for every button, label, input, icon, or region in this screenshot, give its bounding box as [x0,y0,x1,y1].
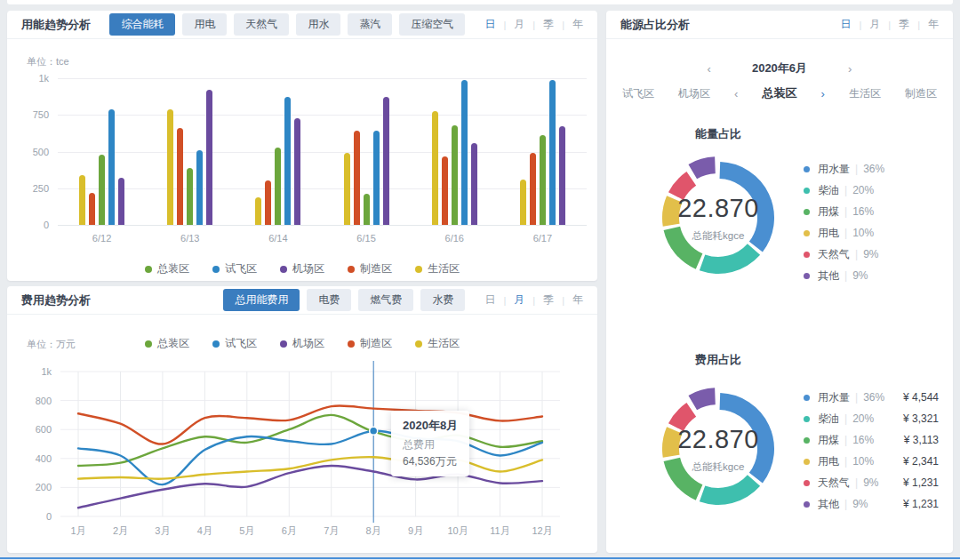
chevron-right-icon[interactable]: › [848,63,852,75]
time-filter-月[interactable]: 月 [514,17,524,32]
x-tick-label: 12月 [507,524,578,538]
tab-水费[interactable]: 水费 [420,289,465,311]
bar-制造区[interactable] [177,128,183,225]
donut-slice-用水量[interactable] [720,162,774,252]
donut-slice-天然气[interactable] [668,172,696,200]
tab-用水[interactable]: 用水 [296,13,340,36]
bar-试飞区[interactable] [461,80,468,225]
legend-percent: 20% [852,412,874,425]
bar-机场区[interactable] [206,90,212,225]
region-item-生活区[interactable]: 生活区 [849,86,881,101]
filter-separator: | [859,20,861,30]
bar-制造区[interactable] [442,156,448,225]
legend-dot [804,166,810,172]
donut-slice-用水量[interactable] [720,393,774,483]
time-filter-日[interactable]: 日 [840,17,851,32]
bar-生活区[interactable] [255,197,261,225]
donut-slice-用煤[interactable] [664,227,703,269]
energy-bar-chart[interactable]: 02505007501k6/126/136/146/156/166/17 [58,78,587,225]
bar-生活区[interactable] [344,153,350,225]
bar-试飞区[interactable] [196,150,203,225]
legend-item-总装区[interactable]: 总装区 [145,336,189,351]
tab-天然气[interactable]: 天然气 [234,13,289,36]
bar-试飞区[interactable] [108,109,115,225]
panel-energy-trend-header: 用能趋势分析 综合能耗用电天然气用水蒸汽压缩空气 日|月|季|年 [7,11,597,39]
legend-item-制造区[interactable]: 制造区 [348,336,392,351]
bar-试飞区[interactable] [549,80,556,225]
bar-试飞区[interactable] [373,131,380,225]
time-filter-季[interactable]: 季 [543,17,554,32]
bar-机场区[interactable] [471,143,477,225]
time-filter-年[interactable]: 年 [928,17,939,32]
donut-slice-其他[interactable] [688,156,715,179]
bar-制造区[interactable] [354,131,360,225]
legend-item-总装区[interactable]: 总装区 [145,261,189,276]
tab-总用能费用[interactable]: 总用能费用 [223,289,300,311]
region-item-机场区[interactable]: 机场区 [678,86,710,101]
legend-item-机场区[interactable]: 机场区 [280,261,324,276]
bar-总装区[interactable] [452,125,458,225]
legend-item-制造区[interactable]: 制造区 [348,261,392,276]
legend-item-试飞区[interactable]: 试飞区 [212,261,257,276]
legend-item-试飞区[interactable]: 试飞区 [212,336,257,351]
bar-生活区[interactable] [79,175,85,225]
bar-总装区[interactable] [540,135,546,225]
donut-slice-天然气[interactable] [668,403,696,431]
chevron-right-icon[interactable]: › [821,88,825,100]
time-filter-年[interactable]: 年 [572,292,583,308]
tab-用电[interactable]: 用电 [182,13,227,36]
tab-压缩空气[interactable]: 压缩空气 [399,13,465,36]
bar-总装区[interactable] [187,168,193,225]
bar-试飞区[interactable] [284,97,291,225]
time-filter-季[interactable]: 季 [899,17,909,32]
bar-机场区[interactable] [383,97,389,225]
time-filter-年[interactable]: 年 [572,17,583,32]
donut-slice-其他[interactable] [688,388,715,410]
tab-电费[interactable]: 电费 [307,289,351,311]
cost-line-chart[interactable]: 02004006008001k1月2月3月4月5月6月7月8月9月10月11月1… [60,372,560,516]
legend-item-生活区[interactable]: 生活区 [415,261,460,276]
energy-share-donut-svg[interactable] [643,142,794,293]
legend-separator: | [844,412,847,425]
bar-生活区[interactable] [167,109,173,225]
time-filter-日[interactable]: 日 [484,17,495,32]
bar-制造区[interactable] [265,180,271,225]
chevron-left-icon[interactable]: ‹ [708,63,711,75]
bar-制造区[interactable] [89,193,95,225]
region-item-制造区[interactable]: 制造区 [905,86,937,101]
donut-slice-柴油[interactable] [700,244,760,274]
donut-slice-柴油[interactable] [700,475,760,505]
time-filter-月[interactable]: 月 [514,292,524,308]
time-filter-日[interactable]: 日 [484,292,495,308]
donut-slice-用电[interactable] [662,196,683,226]
region-item-试飞区[interactable]: 试飞区 [622,86,654,101]
bar-机场区[interactable] [559,126,565,225]
bar-生活区[interactable] [432,111,438,225]
bar-机场区[interactable] [118,178,124,225]
legend-item-生活区[interactable]: 生活区 [415,336,460,351]
cost-share-donut-svg[interactable] [643,373,794,524]
tab-燃气费[interactable]: 燃气费 [358,289,413,311]
legend-item-机场区[interactable]: 机场区 [280,336,324,351]
donut-title-energy-share: 能量占比 [643,126,794,142]
bar-总装区[interactable] [99,155,105,225]
legend-percent: 20% [852,184,874,196]
bar-生活区[interactable] [520,180,526,225]
y-tick-label: 800 [36,396,52,406]
line-chart-svg[interactable] [60,372,560,518]
donut-slice-用煤[interactable] [664,458,703,500]
tab-综合能耗[interactable]: 综合能耗 [109,13,175,36]
bar-总装区[interactable] [364,194,370,225]
month-navigator: ‹ 2020年6月 › [606,60,953,76]
bar-机场区[interactable] [294,118,300,225]
time-filter-月[interactable]: 月 [869,17,880,32]
tab-蒸汽[interactable]: 蒸汽 [348,13,392,36]
legend-dot [212,340,220,348]
region-item-selected-总装区[interactable]: 总装区 [762,85,796,101]
donut-slice-用电[interactable] [662,427,683,457]
bar-group-6/15 [344,78,389,225]
chevron-left-icon[interactable]: ‹ [734,88,738,100]
bar-总装区[interactable] [275,148,281,225]
time-filter-季[interactable]: 季 [543,292,554,308]
bar-制造区[interactable] [530,153,536,225]
